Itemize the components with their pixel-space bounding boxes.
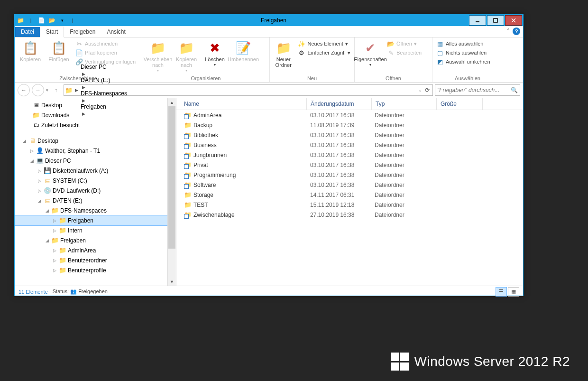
paste-button[interactable]: 📋Einfügen xyxy=(45,38,73,75)
tree-fav-item[interactable]: 🗂Zuletzt besucht xyxy=(15,120,176,130)
close-button[interactable] xyxy=(505,15,522,26)
tree-fav-item[interactable]: 📁Downloads xyxy=(15,110,176,120)
tree-item[interactable]: ▷📁AdminArea xyxy=(15,245,176,255)
list-item[interactable]: 📁Storage14.11.2017 06:31Dateiordner xyxy=(176,190,523,200)
scroll-down-icon[interactable]: ▼ xyxy=(168,278,176,286)
tree-expand-icon[interactable]: ◢ xyxy=(29,158,35,163)
tree-expand-icon[interactable]: ▷ xyxy=(37,178,42,183)
list-item[interactable]: 📁Privat03.10.2017 16:38Dateiordner xyxy=(176,160,523,170)
tree-expand-icon[interactable]: ▷ xyxy=(29,149,35,153)
edit-button[interactable]: ✎Bearbeiten xyxy=(385,48,423,57)
collapse-ribbon-icon[interactable]: ˄ xyxy=(507,28,510,35)
list-item[interactable]: 📁Programmierung03.10.2017 16:38Dateiordn… xyxy=(176,170,523,180)
tree-item[interactable]: ◢📁Freigaben xyxy=(15,235,176,245)
breadcrumb-item[interactable]: Dieser PC xyxy=(81,64,127,70)
tab-file[interactable]: Datei xyxy=(15,27,40,37)
list-item[interactable]: 📁Business03.10.2017 16:38Dateiordner xyxy=(176,140,523,150)
tree-expand-icon[interactable]: ▷ xyxy=(37,168,42,173)
col-type[interactable]: Typ xyxy=(372,98,437,110)
file-date: 03.10.2017 16:38 xyxy=(306,152,371,158)
tree-expand-icon[interactable]: ◢ xyxy=(44,208,50,213)
refresh-icon[interactable]: ⟳ xyxy=(425,87,430,93)
select-all-button[interactable]: ▦Alles auswählen xyxy=(434,39,492,48)
nav-up-button[interactable]: ↑ xyxy=(50,84,62,96)
tree-item[interactable]: ▷💿DVD-Laufwerk (D:) xyxy=(15,186,176,195)
tree-item[interactable]: ▷📁Intern xyxy=(15,225,176,235)
cut-button[interactable]: ✂Ausschneiden xyxy=(74,39,138,48)
tree-item[interactable]: ▷📁Benutzerordner xyxy=(15,255,176,265)
move-to-button[interactable]: 📁Verschieben nach▾ xyxy=(144,38,172,75)
titlebar[interactable]: 📁 | 📄 📂 ▾ | Freigaben xyxy=(15,15,523,26)
open-button[interactable]: 📂Öffnen ▾ xyxy=(385,39,423,48)
copy-button[interactable]: 📋Kopieren xyxy=(17,38,44,75)
scroll-thumb[interactable] xyxy=(168,106,175,249)
tree-expand-icon[interactable]: ◢ xyxy=(37,198,42,203)
col-name[interactable]: Name xyxy=(180,98,307,110)
icons-view-button[interactable]: ▦ xyxy=(508,287,519,297)
column-headers[interactable]: Name Änderungsdatum Typ Größe xyxy=(176,98,523,110)
invert-selection-button[interactable]: ◩Auswahl umkehren xyxy=(434,57,492,66)
list-item[interactable]: 📁TEST15.11.2019 12:18Dateiordner xyxy=(176,200,523,210)
tree-item[interactable]: ▷🖴SYSTEM (C:) xyxy=(15,176,176,186)
tree-item[interactable]: ▷📁Freigaben xyxy=(15,215,176,225)
nav-history-button[interactable]: ▾ xyxy=(46,88,48,93)
open-folder-icon[interactable]: 📂 xyxy=(47,16,56,25)
easy-access-button[interactable]: ⚙Einfacher Zugriff ▾ xyxy=(296,48,352,57)
chevron-right-icon[interactable]: ▶ xyxy=(81,72,87,76)
tree-item[interactable]: ◢💻Dieser PC xyxy=(15,156,176,166)
tree-item[interactable]: ▷💾Diskettenlaufwerk (A:) xyxy=(15,166,176,176)
tab-share[interactable]: Freigeben xyxy=(64,27,101,37)
file-list[interactable]: Name Änderungsdatum Typ Größe 📁AdminArea… xyxy=(176,98,523,286)
folder-icon: 📁 xyxy=(51,237,59,244)
maximize-button[interactable] xyxy=(487,15,504,26)
chevron-right-icon[interactable]: ▶ xyxy=(81,85,87,90)
tree-expand-icon[interactable]: ▷ xyxy=(52,258,57,263)
tree-expand-icon[interactable]: ◢ xyxy=(44,238,50,243)
nav-tree[interactable]: 🖥Desktop📁Downloads🗂Zuletzt besucht ◢🖥Des… xyxy=(15,98,176,286)
copy-path-button[interactable]: 📄Pfad kopieren xyxy=(74,48,138,57)
address-bar[interactable]: 📁 ▶ Dieser PC▶DATEN (E:)▶DFS-Namespaces▶… xyxy=(64,84,433,96)
tree-item[interactable]: ◢🖴DATEN (E:) xyxy=(15,195,176,205)
minimize-button[interactable] xyxy=(469,15,486,26)
tree-item[interactable]: ▷📁Benutzerprofile xyxy=(15,265,176,275)
list-item[interactable]: 📁Software03.10.2017 16:38Dateiordner xyxy=(176,180,523,190)
tree-expand-icon[interactable]: ▷ xyxy=(52,218,57,223)
list-item[interactable]: 📁Jungbrunnen03.10.2017 16:38Dateiordner xyxy=(176,150,523,160)
tree-expand-icon[interactable]: ▷ xyxy=(52,268,57,273)
nav-back-button[interactable]: ← xyxy=(18,84,30,96)
select-none-button[interactable]: ▢Nichts auswählen xyxy=(434,48,492,57)
tree-item[interactable]: ◢📁DFS-Namespaces xyxy=(15,205,176,215)
properties-button[interactable]: ✔Eigenschaften▾ xyxy=(357,38,384,75)
tab-view[interactable]: Ansicht xyxy=(101,27,131,37)
search-input[interactable]: "Freigaben" durchsuch... 🔍 xyxy=(435,84,520,96)
new-item-button[interactable]: ✨Neues Element ▾ xyxy=(296,39,352,48)
tree-expand-icon[interactable]: ◢ xyxy=(21,139,27,143)
tree-scrollbar[interactable]: ▲ ▼ xyxy=(167,98,176,286)
list-item[interactable]: 📁Zwischenablage27.10.2019 16:38Dateiordn… xyxy=(176,210,523,220)
address-dropdown-icon[interactable]: ⌄ xyxy=(418,88,422,93)
tree-expand-icon[interactable]: ▷ xyxy=(52,248,57,253)
tree-item[interactable]: ◢🖥Desktop xyxy=(15,136,176,146)
tree-expand-icon[interactable]: ▷ xyxy=(52,228,57,233)
list-item[interactable]: 📁Bibliothek03.10.2017 16:38Dateiordner xyxy=(176,130,523,140)
scroll-up-icon[interactable]: ▲ xyxy=(168,98,176,106)
col-date[interactable]: Änderungsdatum xyxy=(307,98,372,110)
list-item[interactable]: 📁Backup11.08.2019 17:39Dateiordner xyxy=(176,120,523,130)
tree-fav-item[interactable]: 🖥Desktop xyxy=(15,100,176,110)
rename-button[interactable]: 📝Umbenennen xyxy=(230,38,257,75)
new-folder-button[interactable]: 📁Neuer Ordner xyxy=(272,38,295,75)
breadcrumb-item[interactable]: DATEN (E:) xyxy=(81,77,127,84)
list-item[interactable]: 📁AdminArea03.10.2017 16:38Dateiordner xyxy=(176,110,523,120)
tree-item[interactable]: ▷👤Walther, Stephan - T1 xyxy=(15,146,176,156)
nav-forward-button[interactable]: → xyxy=(32,84,44,96)
delete-button[interactable]: ✖Löschen▾ xyxy=(201,38,229,75)
tab-start[interactable]: Start xyxy=(40,27,64,37)
col-size[interactable]: Größe xyxy=(437,98,483,110)
tree-expand-icon[interactable]: ▷ xyxy=(37,188,42,193)
new-doc-icon[interactable]: 📄 xyxy=(37,16,46,25)
details-view-button[interactable]: ☰ xyxy=(496,287,507,297)
help-icon[interactable]: ? xyxy=(513,28,520,35)
qat-customize-icon[interactable]: ▾ xyxy=(57,16,67,25)
copy-to-button[interactable]: 📁Kopieren nach▾ xyxy=(173,38,200,75)
breadcrumb-item[interactable]: DFS-Namespaces xyxy=(81,90,127,97)
